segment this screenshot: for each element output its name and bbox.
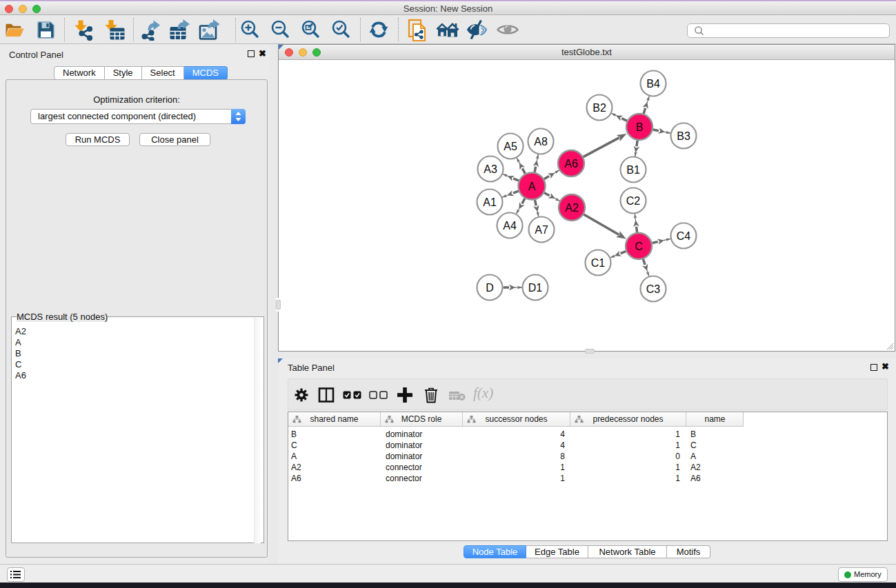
svg-text:B: B xyxy=(636,121,644,133)
svg-text:C4: C4 xyxy=(677,230,691,242)
svg-text:A1: A1 xyxy=(483,196,497,208)
svg-text:B4: B4 xyxy=(646,78,660,90)
svg-text:C: C xyxy=(635,241,643,252)
svg-text:A3: A3 xyxy=(484,163,497,175)
svg-text:A7: A7 xyxy=(535,224,548,236)
svg-text:B2: B2 xyxy=(593,102,606,114)
svg-text:C1: C1 xyxy=(591,257,606,269)
svg-text:A2: A2 xyxy=(565,202,579,214)
svg-text:B3: B3 xyxy=(677,130,690,142)
svg-text:D: D xyxy=(486,282,494,294)
svg-text:B1: B1 xyxy=(626,164,640,176)
svg-text:C3: C3 xyxy=(646,283,661,295)
svg-text:A5: A5 xyxy=(504,141,517,152)
svg-text:A8: A8 xyxy=(534,136,548,148)
svg-text:A6: A6 xyxy=(564,158,578,170)
svg-text:D1: D1 xyxy=(528,282,543,294)
svg-text:C2: C2 xyxy=(626,195,641,207)
svg-text:A4: A4 xyxy=(503,220,517,232)
svg-text:A: A xyxy=(528,181,536,192)
